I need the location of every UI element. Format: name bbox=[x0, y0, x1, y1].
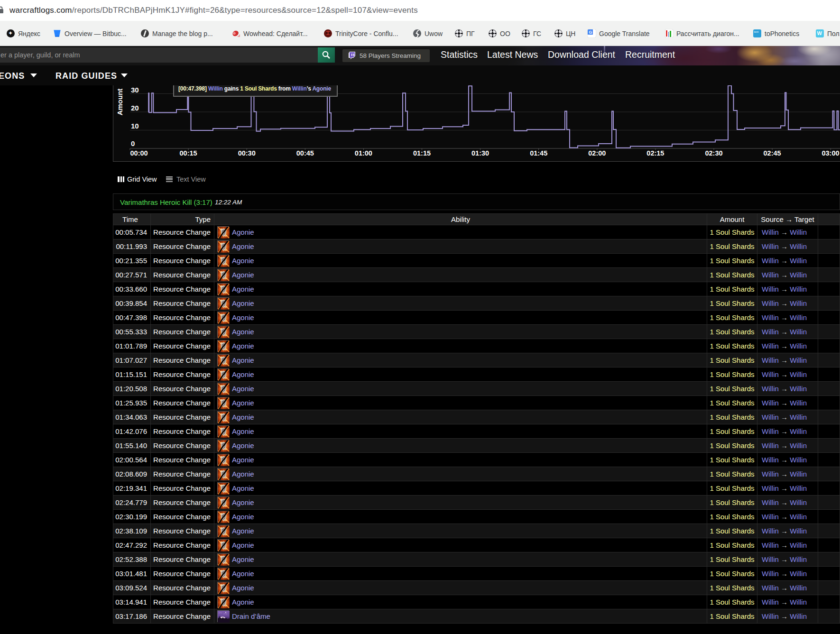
svg-text:00:00: 00:00 bbox=[130, 149, 148, 157]
svg-text:Amount: Amount bbox=[116, 89, 124, 116]
svg-text:03:00: 03:00 bbox=[822, 149, 839, 157]
svg-text:01:45: 01:45 bbox=[530, 149, 547, 157]
svg-text:02:15: 02:15 bbox=[646, 149, 664, 157]
svg-text:00:30: 00:30 bbox=[238, 149, 256, 157]
svg-text:30: 30 bbox=[131, 86, 139, 94]
svg-text:20: 20 bbox=[131, 104, 139, 112]
svg-text:01:30: 01:30 bbox=[471, 149, 489, 157]
svg-text:00:45: 00:45 bbox=[296, 149, 314, 157]
svg-text:01:15: 01:15 bbox=[413, 149, 431, 157]
svg-text:00:15: 00:15 bbox=[180, 149, 197, 157]
svg-text:02:45: 02:45 bbox=[764, 149, 781, 157]
svg-text:02:30: 02:30 bbox=[705, 149, 722, 157]
svg-text:02:00: 02:00 bbox=[588, 149, 606, 157]
svg-text:01:00: 01:00 bbox=[355, 149, 372, 157]
svg-text:10: 10 bbox=[131, 122, 139, 130]
svg-text:0: 0 bbox=[131, 139, 135, 147]
svg-text:[00:47.398] Willin gains 1 Sou: [00:47.398] Willin gains 1 Soul Shards f… bbox=[178, 85, 331, 92]
